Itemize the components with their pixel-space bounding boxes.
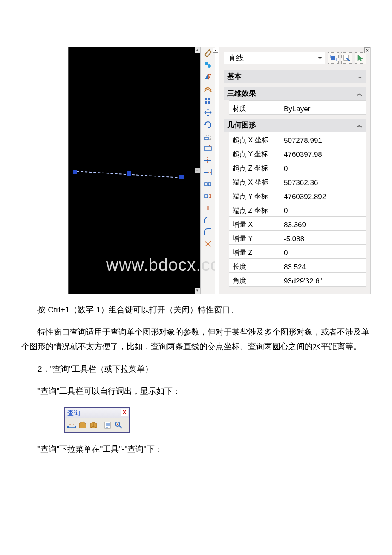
property-value[interactable]: 83.524	[280, 259, 366, 272]
offset-icon[interactable]	[203, 84, 213, 93]
close-icon[interactable]: X	[121, 409, 128, 416]
svg-rect-9	[205, 183, 207, 186]
scale-icon[interactable]	[203, 132, 213, 141]
query-toolbar-title: 查询	[66, 407, 121, 419]
collapse-button-icon[interactable]: -	[213, 48, 218, 53]
chamfer-icon[interactable]	[203, 216, 213, 224]
viewport-scroll-up[interactable]: ▲	[195, 47, 200, 53]
viewport-scroll-thumb[interactable]: ≡	[195, 168, 200, 173]
property-value[interactable]: 507362.36	[280, 174, 366, 188]
svg-rect-2	[205, 98, 207, 100]
explode-icon[interactable]	[203, 240, 213, 248]
cad-screenshot: ▲ ≡ ▼ www.bdocx.com -	[68, 47, 371, 294]
property-value[interactable]: 83.369	[280, 217, 366, 230]
property-row[interactable]: 增量 Y-5.088	[229, 230, 366, 244]
section-basic-header[interactable]: 基本 ⌄	[224, 70, 366, 83]
property-row[interactable]: 长度83.524	[229, 258, 366, 272]
svg-rect-18	[105, 422, 110, 428]
area-icon[interactable]	[78, 420, 88, 430]
move-icon[interactable]	[203, 108, 213, 117]
grip-handle-start[interactable]	[73, 170, 77, 174]
property-row[interactable]: 材质 ByLayer	[229, 100, 366, 114]
break-icon[interactable]	[203, 192, 213, 200]
property-label: 端点 X 坐标	[229, 174, 280, 188]
mass-properties-icon[interactable]	[89, 420, 99, 430]
section-geometry-header[interactable]: 几何图形 ︽	[224, 119, 366, 132]
grip-handle-mid[interactable]	[127, 171, 131, 176]
query-toolbar-titlebar[interactable]: 查询 X	[65, 408, 129, 418]
drawing-viewport[interactable]: ▲ ≡ ▼ www.bdocx.com	[68, 47, 200, 294]
property-row[interactable]: 起点 Y 坐标4760397.98	[229, 146, 366, 160]
rotate-icon[interactable]	[203, 120, 213, 129]
property-value[interactable]: 0	[280, 160, 366, 174]
object-type-label: 直线	[228, 51, 244, 65]
query-toolbar-buttons	[65, 418, 129, 432]
mirror-icon[interactable]	[203, 72, 213, 81]
break-at-point-icon[interactable]	[203, 180, 213, 188]
properties-header: 直线	[219, 47, 370, 68]
svg-rect-16	[67, 426, 69, 428]
list-icon[interactable]	[103, 420, 113, 430]
toggle-pim-button[interactable]	[328, 52, 339, 64]
object-type-dropdown[interactable]: 直线	[224, 52, 325, 64]
property-value[interactable]: -5.088	[280, 231, 366, 244]
array-icon[interactable]	[203, 96, 213, 105]
svg-rect-8	[204, 147, 211, 150]
svg-rect-6	[205, 136, 211, 140]
property-row[interactable]: 端点 Z 坐标0	[229, 202, 366, 216]
svg-rect-5	[208, 101, 210, 104]
trim-icon[interactable]	[203, 156, 213, 165]
erase-icon[interactable]	[203, 49, 213, 57]
paragraph: "查询"下拉菜单在"工具"-"查询"下：	[21, 442, 371, 457]
property-row[interactable]: 起点 X 坐标507278.991	[229, 132, 366, 146]
property-value[interactable]: 507278.991	[280, 132, 366, 146]
quick-select-button[interactable]	[341, 52, 352, 64]
selected-line-object[interactable]	[73, 169, 184, 178]
close-icon[interactable]: ×	[364, 47, 370, 53]
section-3d-header[interactable]: 三维效果 ︽	[224, 87, 366, 100]
grip-handle-end[interactable]	[179, 175, 184, 179]
panel-collapse-gutter[interactable]: -	[215, 47, 219, 294]
copy-icon[interactable]	[203, 61, 213, 69]
property-value[interactable]: 93d29'32.6"	[280, 273, 366, 286]
paragraph-heading: 2．"查询"工具栏（或下拉菜单）	[21, 362, 371, 376]
property-value[interactable]: ByLayer	[280, 101, 366, 114]
fillet-icon[interactable]	[203, 228, 213, 236]
svg-rect-10	[208, 183, 211, 186]
property-row[interactable]: 端点 X 坐标507362.36	[229, 174, 366, 188]
toolbar-separator	[101, 420, 101, 430]
property-label: 增量 Z	[229, 245, 280, 258]
paragraph: 特性窗口查询适用于查询单个图形对象的参数，但对于某些涉及多个图形对象，或者不涉及…	[21, 325, 371, 354]
svg-point-12	[207, 243, 209, 245]
property-row[interactable]: 端点 Y 坐标4760392.892	[229, 188, 366, 202]
distance-icon[interactable]	[66, 420, 77, 430]
locate-point-icon[interactable]	[114, 420, 124, 430]
chevron-up-icon: ︽	[357, 88, 363, 99]
extend-icon[interactable]	[203, 168, 213, 176]
section-title: 几何图形	[227, 119, 256, 132]
property-row[interactable]: 起点 Z 坐标0	[229, 160, 366, 174]
property-row[interactable]: 增量 Z0	[229, 244, 366, 258]
property-value[interactable]: 0	[280, 202, 366, 216]
svg-point-20	[117, 423, 118, 425]
property-label: 增量 Y	[229, 231, 280, 244]
section-geometry-rows: 起点 X 坐标507278.991 起点 Y 坐标4760397.98 起点 Z…	[229, 132, 366, 287]
svg-rect-7	[205, 137, 208, 140]
svg-rect-11	[205, 195, 208, 198]
property-value[interactable]: 4760397.98	[280, 146, 366, 160]
select-objects-button[interactable]	[355, 52, 366, 64]
property-row[interactable]: 增量 X83.369	[229, 216, 366, 230]
property-value[interactable]: 4760392.892	[280, 188, 366, 202]
join-icon[interactable]	[203, 204, 213, 212]
chevron-down-icon	[318, 57, 322, 59]
property-label: 长度	[229, 259, 280, 272]
section-title: 基本	[227, 70, 242, 84]
svg-point-1	[208, 64, 211, 68]
property-label: 材质	[229, 101, 280, 114]
viewport-scroll-down[interactable]: ▼	[195, 288, 200, 294]
property-row[interactable]: 角度93d29'32.6"	[229, 272, 366, 286]
property-value[interactable]: 0	[280, 245, 366, 258]
property-label: 起点 Z 坐标	[229, 160, 280, 174]
stretch-icon[interactable]	[203, 144, 213, 153]
svg-rect-3	[208, 98, 210, 100]
